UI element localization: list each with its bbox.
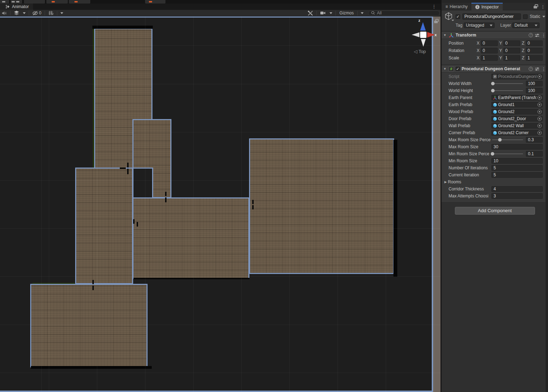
tab-menu-icon[interactable]: ⋮ (432, 4, 436, 9)
tab-animator[interactable]: Animator (0, 4, 33, 10)
transform-header[interactable]: ▼ Transform ? ⋮ (442, 31, 548, 39)
layers-dropdown[interactable] (21, 10, 27, 17)
slider-value-field[interactable]: 100 (526, 88, 543, 93)
help-icon[interactable]: ? (529, 33, 533, 37)
help-icon[interactable]: ? (529, 67, 533, 71)
component-field-row: Earth PrefabGround1 (442, 101, 548, 108)
main-toolbar-button-clipped[interactable] (145, 0, 165, 4)
field-label: Door Prefab (449, 116, 491, 121)
slider-track[interactable] (492, 153, 523, 154)
slider-thumb[interactable] (498, 138, 502, 142)
gizmos-caret[interactable] (359, 10, 365, 17)
slider-thumb[interactable] (491, 152, 494, 156)
static-dropdown-icon[interactable] (542, 16, 545, 18)
axis-value-field[interactable]: 0 (481, 48, 498, 53)
axis-value-field[interactable]: 0 (503, 48, 520, 53)
axis-label: Z (522, 41, 524, 46)
camera-dropdown[interactable] (328, 10, 334, 17)
foldout-closed-icon[interactable]: ▶ (444, 180, 448, 184)
component-field-row: Wood PrefabGround2 (442, 108, 548, 115)
tools-button[interactable] (306, 10, 315, 17)
object-picker-icon[interactable] (537, 103, 542, 107)
number-field[interactable]: 5 (491, 172, 543, 178)
dungeon-room[interactable] (249, 138, 394, 274)
slider-track[interactable] (492, 139, 523, 140)
inspector-menu-icon[interactable]: ⋮ (541, 4, 545, 9)
number-field[interactable]: 10 (491, 158, 543, 164)
axis-value-field[interactable]: 0 (503, 40, 520, 46)
audio-toggle-button[interactable] (0, 10, 9, 17)
gameobject-icon-wrap[interactable] (444, 12, 454, 21)
number-field[interactable]: 3 (491, 193, 543, 199)
object-picker-icon[interactable] (537, 124, 542, 128)
number-field[interactable]: 5 (491, 165, 543, 171)
object-field[interactable]: Ground2 Corner (491, 130, 543, 136)
transform-row: ScaleX1Y1Z1 (442, 54, 548, 61)
slider-track[interactable] (492, 83, 523, 84)
grid-snap-button[interactable] (46, 10, 56, 17)
slider-value-field[interactable]: 0.1 (526, 151, 543, 157)
scene-viewport[interactable]: z x ◁ Top (0, 17, 441, 392)
field-label: Corner Prefab (449, 130, 491, 135)
grid-snap-dropdown[interactable] (59, 10, 65, 17)
layers-button[interactable] (12, 10, 21, 17)
object-field[interactable]: #ProceduralDungeonI (491, 74, 543, 79)
main-toolbar-button-clipped[interactable] (24, 0, 45, 4)
object-field[interactable]: Ground2 (491, 109, 543, 115)
inspector-lock-icon[interactable] (534, 6, 537, 8)
gameobject-name-field[interactable]: ProceduralDungeonGener (462, 13, 521, 20)
active-checkbox[interactable]: ✓ (456, 14, 460, 19)
gizmos-dropdown[interactable]: Gizmos (337, 11, 356, 15)
axis-label: Y (499, 55, 502, 60)
slider-thumb[interactable] (491, 89, 495, 92)
object-picker-icon[interactable] (537, 117, 542, 121)
world-outline-bottom (0, 391, 432, 392)
main-toolbar-button-clipped[interactable] (69, 0, 90, 4)
tab-inspector[interactable]: i Inspector (471, 3, 502, 11)
slider-thumb[interactable] (491, 82, 495, 85)
main-toolbar-button-clipped[interactable] (46, 0, 68, 4)
axis-value-field[interactable]: 1 (526, 55, 543, 61)
object-field[interactable]: Ground2_Door (491, 116, 543, 122)
camera-settings-button[interactable] (318, 10, 328, 17)
presets-icon[interactable] (535, 33, 540, 38)
slider-value-field[interactable]: 0.3 (526, 137, 543, 143)
foldout-open-icon[interactable]: ▼ (443, 33, 447, 37)
tag-dropdown[interactable]: Untagged (464, 22, 495, 28)
scene-search-input[interactable]: All (368, 11, 440, 16)
axis-label: X (477, 48, 479, 53)
object-field[interactable]: EarthParent (Transfo (491, 95, 543, 100)
axis-value-field[interactable]: 1 (481, 55, 498, 61)
object-field[interactable]: Ground1 (491, 102, 543, 107)
inspector-icon: i (475, 5, 479, 9)
object-field[interactable]: Ground2 Wall (491, 123, 543, 129)
object-picker-icon[interactable] (537, 110, 542, 114)
add-component-button[interactable]: Add Component (455, 207, 535, 215)
component-enabled-checkbox[interactable]: ✓ (456, 67, 460, 71)
dungeon-notch (132, 168, 153, 198)
number-field[interactable]: 30 (491, 144, 543, 150)
object-picker-icon[interactable] (537, 131, 542, 135)
layer-dropdown[interactable]: Default (512, 22, 540, 28)
dungeon-generator-header[interactable]: ▼ # ✓ Procedural Dungeon Generat ? ⋮ (442, 65, 548, 73)
toolbar-divider (10, 11, 11, 15)
axis-value-field[interactable]: 0 (526, 48, 543, 53)
object-picker-icon[interactable] (537, 74, 542, 79)
presets-icon[interactable] (535, 67, 540, 71)
slider-value-field[interactable]: 100 (526, 81, 543, 86)
slider-track[interactable] (492, 90, 523, 91)
static-checkbox[interactable] (523, 14, 528, 19)
chevron-down-icon (60, 12, 63, 14)
dungeon-room[interactable] (30, 284, 148, 367)
tab-hierarchy[interactable]: ≡ Hierarchy (442, 3, 471, 11)
hidden-objects-button[interactable]: 0 (31, 10, 43, 17)
foldout-open-icon[interactable]: ▼ (443, 67, 447, 71)
axis-value-field[interactable]: 0 (481, 40, 498, 46)
tab-inspector-label: Inspector (481, 5, 498, 9)
object-picker-icon[interactable] (537, 96, 542, 100)
dungeon-room[interactable] (132, 197, 249, 279)
axis-value-field[interactable]: 1 (503, 55, 520, 61)
dungeon-room[interactable] (75, 168, 133, 284)
number-field[interactable]: 4 (491, 186, 543, 192)
axis-value-field[interactable]: 0 (526, 40, 543, 46)
